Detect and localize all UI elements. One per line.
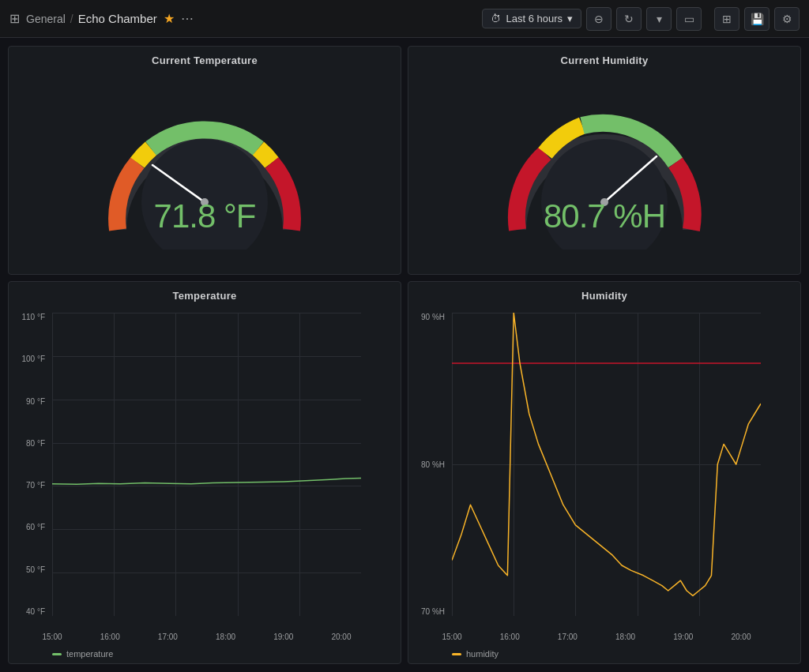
humidity-gauge-container: 80.7 %H (408, 71, 800, 270)
y-axis-label: 70 °F (26, 481, 45, 490)
temp-legend-label: temperature (66, 649, 113, 659)
header-left: ⊞ General / Echo Chamber ★ ⋯ (9, 11, 194, 26)
save-button[interactable]: 💾 (744, 7, 769, 31)
humidity-y-axis: 90 %H80 %H70 %H (408, 313, 450, 616)
refresh-button[interactable]: ↻ (616, 7, 642, 31)
y-axis-label: 90 %H (421, 313, 445, 321)
temp-x-axis: 15:0016:0017:0018:0019:0020:00 (52, 633, 361, 641)
temp-gauge-title: Current Temperature (9, 47, 401, 71)
temp-gauge-value: 71.8 °F (154, 197, 256, 235)
x-axis-label: 18:00 (615, 633, 635, 641)
humidity-legend-color (452, 653, 461, 655)
dashboard-title: Echo Chamber (78, 12, 157, 25)
x-axis-label: 19:00 (273, 633, 293, 641)
x-axis-label: 16:00 (100, 633, 120, 641)
x-axis-label: 15:00 (42, 633, 62, 641)
add-panel-icon: ⊞ (722, 13, 732, 25)
time-range-label: Last 6 hours (506, 13, 563, 24)
humidity-gauge-wrap: 80.7 %H (494, 92, 715, 250)
humidity-chart-panel: Humidity 90 %H80 %H70 %H 15:0016:0017:00… (408, 281, 801, 664)
temp-chart-title: Temperature (9, 282, 401, 306)
x-axis-label: 19:00 (673, 633, 693, 641)
gear-icon: ⚙ (782, 13, 792, 25)
tv-icon: ▭ (684, 13, 694, 25)
header-right: ⏱ Last 6 hours ▾ ⊖ ↻ ▾ ▭ ⊞ 💾 ⚙ (482, 7, 800, 31)
save-icon: 💾 (751, 13, 764, 25)
breadcrumb-parent[interactable]: General (26, 13, 66, 25)
humidity-legend-label: humidity (466, 649, 499, 659)
share-icon[interactable]: ⋯ (181, 11, 194, 26)
y-axis-label: 110 °F (21, 313, 45, 321)
chevron-down-icon: ▾ (567, 13, 573, 24)
favorite-icon[interactable]: ★ (164, 11, 175, 26)
temp-gauge-container: 71.8 °F (9, 71, 401, 270)
add-panel-button[interactable]: ⊞ (714, 7, 739, 31)
temp-legend: temperature (9, 648, 401, 663)
humidity-gauge-title: Current Humidity (408, 47, 800, 71)
y-axis-label: 100 °F (21, 355, 45, 363)
charts-row: Temperature 110 °F100 °F90 °F80 °F70 °F6… (8, 281, 801, 664)
temp-gauge-wrap: 71.8 °F (94, 92, 315, 250)
breadcrumb-separator: / (70, 13, 73, 25)
temp-chart-area: 110 °F100 °F90 °F80 °F70 °F60 °F50 °F40 … (9, 306, 401, 648)
time-range-picker[interactable]: ⏱ Last 6 hours ▾ (482, 9, 581, 28)
x-axis-label: 17:00 (158, 633, 178, 641)
y-axis-label: 80 %H (421, 460, 445, 469)
refresh-options-button[interactable]: ▾ (646, 7, 672, 31)
main-content: Current Temperature (0, 38, 809, 672)
temperature-gauge-panel: Current Temperature (8, 46, 401, 275)
y-axis-label: 80 °F (26, 439, 45, 448)
humidity-legend: humidity (408, 648, 800, 663)
temp-y-axis: 110 °F100 °F90 °F80 °F70 °F60 °F50 °F40 … (9, 313, 50, 616)
x-axis-label: 20:00 (731, 633, 751, 641)
x-axis-label: 16:00 (500, 633, 520, 641)
clock-icon: ⏱ (491, 13, 501, 24)
tv-mode-button[interactable]: ▭ (676, 7, 702, 31)
y-axis-label: 60 °F (26, 523, 45, 531)
temperature-chart-panel: Temperature 110 °F100 °F90 °F80 °F70 °F6… (8, 281, 401, 664)
grid-icon: ⊞ (9, 11, 20, 26)
gauges-row: Current Temperature (8, 46, 801, 275)
x-axis-label: 15:00 (442, 633, 461, 641)
zoom-out-button[interactable]: ⊖ (586, 7, 611, 31)
header: ⊞ General / Echo Chamber ★ ⋯ ⏱ Last 6 ho… (0, 0, 809, 38)
breadcrumb: General / Echo Chamber (26, 12, 157, 25)
y-axis-label: 90 °F (26, 397, 45, 406)
x-axis-label: 17:00 (558, 633, 578, 641)
x-axis-label: 20:00 (331, 633, 351, 641)
humidity-gauge-panel: Current Humidity (408, 46, 801, 275)
humidity-chart-title: Humidity (408, 282, 800, 306)
chevron-down-icon: ▾ (657, 13, 662, 25)
temp-chart-canvas (52, 313, 361, 616)
y-axis-label: 40 °F (26, 607, 45, 616)
humidity-gauge-value: 80.7 %H (544, 197, 665, 235)
settings-button[interactable]: ⚙ (774, 7, 800, 31)
temp-legend-color (52, 653, 62, 655)
zoom-out-icon: ⊖ (594, 13, 604, 25)
humidity-x-axis: 15:0016:0017:0018:0019:0020:00 (452, 633, 761, 641)
refresh-icon: ↻ (624, 13, 634, 25)
x-axis-label: 18:00 (216, 633, 235, 641)
y-axis-label: 50 °F (26, 565, 45, 574)
humidity-chart-area: 90 %H80 %H70 %H 15:0016:0017:0018:0019:0… (408, 306, 800, 648)
humidity-chart-canvas (452, 313, 761, 616)
y-axis-label: 70 %H (421, 607, 445, 616)
